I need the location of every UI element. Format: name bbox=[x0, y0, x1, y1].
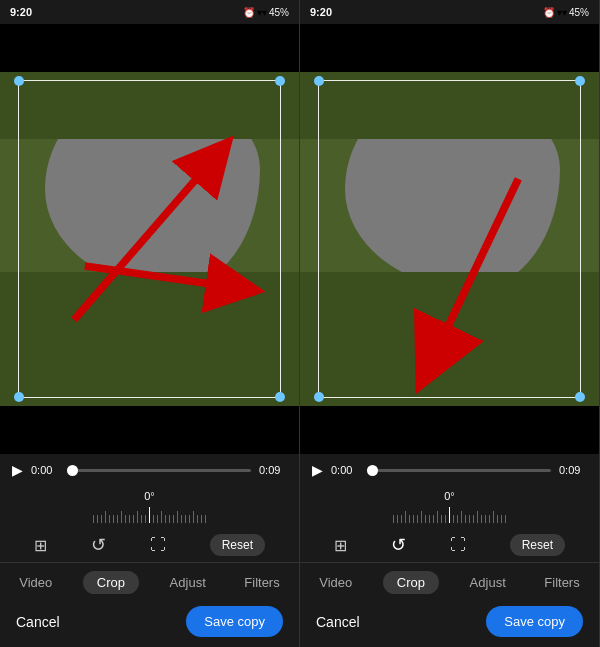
bottom-actions-right: Cancel Save copy bbox=[300, 598, 599, 647]
status-icons-right: ⏰ ▾▾ 45% bbox=[543, 7, 589, 18]
reset-button-right[interactable]: Reset bbox=[510, 534, 565, 556]
alarm-icon: ⏰ bbox=[243, 7, 255, 18]
right-panel: 9:20 ⏰ ▾▾ 45% bbox=[300, 0, 600, 647]
end-time-left: 0:09 bbox=[259, 464, 287, 476]
reset-button-left[interactable]: Reset bbox=[210, 534, 265, 556]
video-frame-right bbox=[300, 72, 599, 406]
tab-crop-left[interactable]: Crop bbox=[83, 571, 139, 594]
crop-aspect-icon-left[interactable]: ⊞ bbox=[34, 536, 47, 555]
ruler-track-right[interactable] bbox=[300, 504, 599, 526]
tab-video-right[interactable]: Video bbox=[311, 573, 360, 592]
bottom-actions-left: Cancel Save copy bbox=[0, 598, 299, 647]
angle-label-right: 0° bbox=[300, 490, 599, 502]
video-bg-left bbox=[0, 24, 299, 454]
tab-adjust-right[interactable]: Adjust bbox=[462, 573, 514, 592]
ruler-left: 0° bbox=[0, 488, 299, 528]
current-time-left: 0:00 bbox=[31, 464, 59, 476]
angle-label-left: 0° bbox=[0, 490, 299, 502]
playback-right: ▶ 0:00 0:09 bbox=[300, 454, 599, 488]
video-area-left bbox=[0, 24, 299, 454]
timeline-bar-left[interactable] bbox=[67, 469, 251, 472]
save-button-right[interactable]: Save copy bbox=[486, 606, 583, 637]
cancel-button-right[interactable]: Cancel bbox=[316, 614, 360, 630]
timeline-bar-right[interactable] bbox=[367, 469, 551, 472]
status-bar-right: 9:20 ⏰ ▾▾ 45% bbox=[300, 0, 599, 24]
ruler-ticks-left bbox=[0, 507, 299, 523]
battery-label-left: 45% bbox=[269, 7, 289, 18]
ruler-track-left[interactable] bbox=[0, 504, 299, 526]
wifi-icon-right: ▾▾ bbox=[557, 7, 567, 18]
crop-aspect-icon-right[interactable]: ⊞ bbox=[334, 536, 347, 555]
left-panel: 9:20 ⏰ ▾▾ 45% bbox=[0, 0, 300, 647]
video-frame-left bbox=[0, 72, 299, 406]
timeline-thumb-left[interactable] bbox=[67, 465, 78, 476]
ruler-ticks-right bbox=[300, 507, 599, 523]
save-button-left[interactable]: Save copy bbox=[186, 606, 283, 637]
tab-filters-right[interactable]: Filters bbox=[536, 573, 587, 592]
battery-label-right: 45% bbox=[569, 7, 589, 18]
tab-filters-left[interactable]: Filters bbox=[236, 573, 287, 592]
video-bg-right bbox=[300, 24, 599, 454]
tab-crop-right[interactable]: Crop bbox=[383, 571, 439, 594]
timeline-thumb-right[interactable] bbox=[367, 465, 378, 476]
edit-toolbar-right: ⊞ ↺ ⛶ Reset bbox=[300, 528, 599, 562]
video-area-right bbox=[300, 24, 599, 454]
wifi-icon: ▾▾ bbox=[257, 7, 267, 18]
bottom-tabs-left: Video Crop Adjust Filters bbox=[0, 562, 299, 598]
play-button-left[interactable]: ▶ bbox=[12, 462, 23, 478]
rotate-icon-left[interactable]: ↺ bbox=[91, 534, 106, 556]
status-bar-left: 9:20 ⏰ ▾▾ 45% bbox=[0, 0, 299, 24]
tab-adjust-left[interactable]: Adjust bbox=[162, 573, 214, 592]
edit-toolbar-left: ⊞ ↺ ⛶ Reset bbox=[0, 528, 299, 562]
alarm-icon-right: ⏰ bbox=[543, 7, 555, 18]
rotate-icon-right[interactable]: ↺ bbox=[391, 534, 406, 556]
expand-icon-left[interactable]: ⛶ bbox=[150, 536, 166, 554]
time-right: 9:20 bbox=[310, 6, 332, 18]
tab-video-left[interactable]: Video bbox=[11, 573, 60, 592]
play-button-right[interactable]: ▶ bbox=[312, 462, 323, 478]
current-time-right: 0:00 bbox=[331, 464, 359, 476]
bottom-tabs-right: Video Crop Adjust Filters bbox=[300, 562, 599, 598]
status-icons-left: ⏰ ▾▾ 45% bbox=[243, 7, 289, 18]
playback-row-left: ▶ 0:00 0:09 bbox=[12, 462, 287, 478]
ruler-right: 0° bbox=[300, 488, 599, 528]
playback-row-right: ▶ 0:00 0:09 bbox=[312, 462, 587, 478]
time-left: 9:20 bbox=[10, 6, 32, 18]
end-time-right: 0:09 bbox=[559, 464, 587, 476]
expand-icon-right[interactable]: ⛶ bbox=[450, 536, 466, 554]
playback-left: ▶ 0:00 0:09 bbox=[0, 454, 299, 488]
cancel-button-left[interactable]: Cancel bbox=[16, 614, 60, 630]
